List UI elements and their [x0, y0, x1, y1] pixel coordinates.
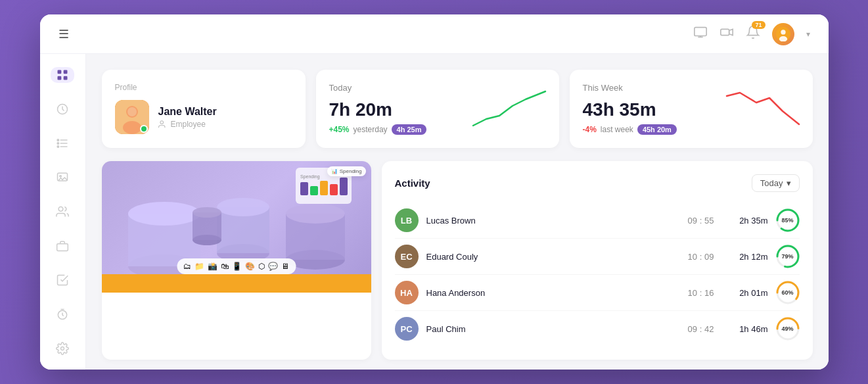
- sidebar-item-image[interactable]: [51, 170, 74, 185]
- svg-point-18: [58, 207, 63, 212]
- this-week-change: -4%: [583, 125, 597, 134]
- person-duration-0: 2h 35m: [729, 216, 768, 226]
- progress-label-0: 85%: [781, 217, 793, 224]
- svg-point-15: [57, 146, 59, 148]
- svg-point-39: [193, 207, 221, 218]
- profile-avatar-wrap: [115, 100, 149, 134]
- profile-card: Profile: [102, 70, 306, 148]
- person-duration-2: 2h 01m: [729, 288, 768, 298]
- svg-rect-44: [320, 181, 328, 195]
- profile-name: Jane Walter: [158, 106, 217, 118]
- activity-header: Activity Today ▾: [395, 174, 800, 192]
- person-avatar-2: HA: [395, 281, 419, 304]
- person-avatar-1: EC: [395, 245, 419, 268]
- svg-point-27: [160, 120, 163, 124]
- svg-point-3: [781, 30, 785, 34]
- top-cards: Profile: [102, 70, 813, 148]
- this-week-compare: last week: [601, 125, 633, 134]
- svg-rect-5: [58, 70, 62, 74]
- header-right: 71 ▾: [693, 23, 810, 45]
- svg-point-25: [123, 121, 141, 134]
- body: Profile: [40, 54, 829, 370]
- bottom-section: Spending 📊 Spending: [102, 161, 813, 360]
- screen-share-icon[interactable]: [693, 25, 708, 43]
- sidebar-item-timer[interactable]: [51, 306, 74, 322]
- profile-label: Profile: [115, 83, 292, 92]
- sidebar-item-clock[interactable]: [51, 101, 74, 117]
- progress-circle-1: 79%: [776, 245, 800, 268]
- taskbar: 🗂 📁 📸 🛍 📱 🎨 ⬡ 💬 🖥: [177, 258, 296, 274]
- sidebar-item-briefcase[interactable]: [51, 238, 74, 254]
- online-status: [140, 125, 148, 133]
- activity-row: LB Lucas Brown 09 : 55 2h 35m 85%: [395, 203, 800, 239]
- screenshot-card: Spending 📊 Spending: [102, 161, 371, 360]
- filter-chevron-icon: ▾: [787, 178, 791, 188]
- progress-label-2: 60%: [781, 289, 793, 296]
- sidebar-item-team[interactable]: [51, 204, 74, 220]
- header: ☰ 71: [40, 14, 829, 54]
- sidebar-item-settings[interactable]: [51, 341, 74, 356]
- person-avatar-0: LB: [395, 208, 419, 232]
- sidebar-item-checklist[interactable]: [51, 272, 74, 288]
- svg-rect-42: [300, 182, 308, 195]
- svg-point-30: [128, 202, 200, 226]
- sidebar-item-list[interactable]: [51, 135, 74, 151]
- svg-rect-19: [57, 244, 68, 251]
- today-change: +45%: [329, 125, 350, 134]
- person-time-0: 09 : 55: [681, 216, 721, 226]
- sidebar: [40, 54, 86, 370]
- activity-card: Activity Today ▾ LB Lucas Brown 09 : 55 …: [382, 161, 813, 360]
- video-icon[interactable]: [720, 25, 734, 43]
- activity-row: PC Paul Chim 09 : 42 1h 46m 49%: [395, 311, 800, 347]
- svg-point-13: [57, 139, 59, 141]
- person-duration-1: 2h 12m: [729, 252, 768, 262]
- user-menu-chevron[interactable]: ▾: [806, 30, 810, 39]
- person-time-3: 09 : 42: [681, 324, 721, 334]
- app-window: ☰ 71: [40, 14, 829, 370]
- mini-overlay: 📊 Spending: [327, 166, 365, 176]
- activity-filter-dropdown[interactable]: Today ▾: [752, 174, 800, 192]
- this-week-badge: 45h 20m: [637, 124, 677, 135]
- menu-button[interactable]: ☰: [58, 27, 69, 41]
- person-avatar-3: PC: [395, 317, 419, 341]
- progress-circle-0: 85%: [776, 208, 800, 232]
- today-card: Today 7h 20m +45% yesterday 4h 25m: [316, 70, 559, 148]
- person-name-0: Lucas Brown: [426, 216, 674, 226]
- notification-icon[interactable]: 71: [746, 25, 760, 43]
- svg-rect-7: [58, 76, 62, 80]
- svg-rect-43: [310, 186, 318, 195]
- progress-circle-3: 49%: [776, 317, 800, 341]
- activity-filter-label: Today: [760, 178, 783, 188]
- activity-row: HA Hana Anderson 10 : 16 2h 01m 60%: [395, 275, 800, 311]
- svg-rect-46: [340, 178, 348, 195]
- progress-label-1: 79%: [781, 253, 793, 260]
- user-avatar[interactable]: [772, 23, 794, 45]
- progress-circle-2: 60%: [776, 281, 800, 304]
- svg-rect-6: [64, 70, 68, 74]
- svg-point-33: [217, 198, 269, 216]
- svg-rect-1: [720, 29, 729, 35]
- person-name-3: Paul Chim: [426, 324, 674, 334]
- svg-point-17: [60, 176, 62, 178]
- progress-label-3: 49%: [781, 325, 793, 332]
- this-week-card: This Week 43h 35m -4% last week 45h 20m: [570, 70, 813, 148]
- person-duration-3: 1h 46m: [729, 324, 768, 334]
- this-week-chart: [723, 86, 802, 132]
- profile-role: Employee: [158, 120, 217, 129]
- activity-rows: LB Lucas Brown 09 : 55 2h 35m 85% EC Edu…: [395, 203, 800, 347]
- person-time-2: 10 : 16: [681, 288, 721, 298]
- screenshot-content: Spending 📊 Spending: [102, 161, 371, 293]
- svg-rect-0: [694, 28, 706, 36]
- person-name-1: Eduard Couly: [426, 252, 674, 262]
- notification-badge: 71: [752, 21, 765, 29]
- yellow-bar: [102, 274, 371, 293]
- profile-info: Jane Walter Employee: [115, 100, 292, 134]
- today-chart: [470, 86, 549, 132]
- svg-rect-8: [64, 76, 68, 80]
- today-compare: yesterday: [354, 125, 388, 134]
- svg-text:Spending: Spending: [300, 174, 320, 180]
- activity-row: EC Eduard Couly 10 : 09 2h 12m 79%: [395, 239, 800, 275]
- activity-title: Activity: [395, 178, 430, 189]
- sidebar-item-dashboard[interactable]: [51, 67, 74, 83]
- svg-point-36: [286, 204, 345, 224]
